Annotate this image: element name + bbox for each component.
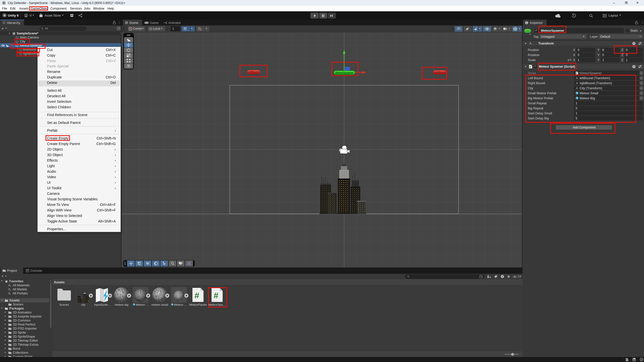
svg-text:#: # — [194, 291, 199, 300]
svg-text:#: # — [576, 72, 577, 74]
svg-text:#: # — [530, 65, 531, 68]
svg-text:Y: Y — [185, 29, 187, 31]
svg-text:?: ? — [633, 42, 635, 45]
svg-text:?: ? — [633, 65, 635, 68]
